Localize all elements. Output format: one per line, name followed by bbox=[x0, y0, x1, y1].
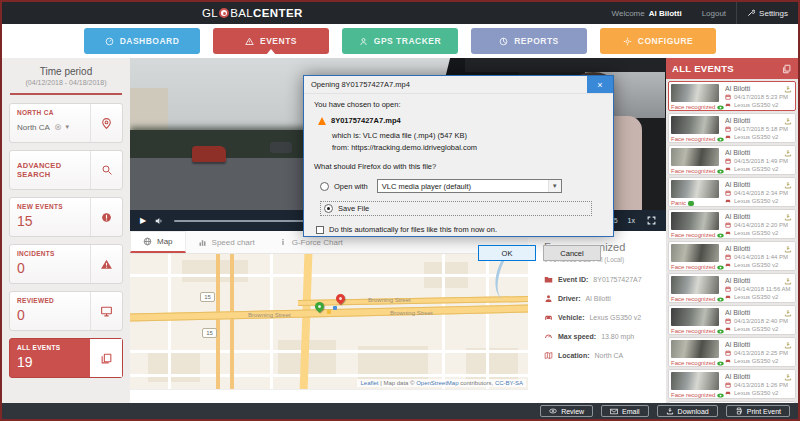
download-icon[interactable] bbox=[784, 341, 792, 349]
save-file-row[interactable]: Save File bbox=[320, 201, 592, 216]
map-panel[interactable]: 15 15 Browning Street Browning Street Br… bbox=[130, 254, 528, 390]
incidents-icon-button[interactable] bbox=[90, 245, 122, 283]
download-icon[interactable] bbox=[784, 181, 792, 189]
event-dot-marker[interactable] bbox=[333, 306, 337, 310]
event-list-item[interactable]: Face recognized Al Bilotti 04/13/2018 2:… bbox=[668, 337, 796, 367]
nav-dashboard-button[interactable]: DASHBOARD bbox=[84, 28, 200, 54]
region-pin-button[interactable] bbox=[90, 104, 122, 142]
envelope-icon bbox=[610, 408, 618, 415]
event-list-item[interactable]: Face recognized Al Bilotti 04/17/2018 5:… bbox=[668, 81, 796, 111]
event-thumbnail[interactable] bbox=[671, 244, 719, 262]
event-thumbnail[interactable] bbox=[671, 212, 719, 230]
car-icon bbox=[725, 198, 731, 204]
nav-gps-tracker-button[interactable]: GPS TRACKER bbox=[342, 28, 458, 54]
event-thumbnail[interactable] bbox=[671, 148, 719, 166]
monitor-icon bbox=[100, 305, 113, 318]
event-date-line: 04/13/2018 1:26 PM bbox=[725, 382, 793, 388]
event-list-item[interactable]: Panic Al Bilotti 04/14/2018 2:34 PM Lexu… bbox=[668, 177, 796, 207]
license-link[interactable]: CC-BY-SA bbox=[495, 380, 523, 386]
review-button[interactable]: Review bbox=[540, 405, 593, 417]
email-button[interactable]: Email bbox=[601, 405, 649, 417]
cancel-button[interactable]: Cancel bbox=[543, 245, 601, 261]
open-with-select[interactable]: VLC media player (default) ▼ bbox=[377, 179, 562, 193]
leaflet-link[interactable]: Leaflet bbox=[360, 380, 378, 386]
event-badge: Face recognized bbox=[671, 360, 724, 366]
calendar-icon bbox=[725, 286, 731, 292]
event-thumbnail[interactable] bbox=[671, 308, 719, 326]
reviewed-card[interactable]: REVIEWED 0 bbox=[9, 291, 123, 331]
download-icon[interactable] bbox=[784, 309, 792, 317]
volume-icon[interactable] bbox=[154, 216, 164, 226]
download-icon[interactable] bbox=[784, 117, 792, 125]
print-list-icon[interactable] bbox=[782, 64, 792, 74]
globe-icon bbox=[143, 237, 152, 246]
copies-icon bbox=[100, 352, 113, 365]
all-events-card[interactable]: ALL EVENTS 19 bbox=[9, 338, 123, 378]
playback-rate-button[interactable]: 1x bbox=[628, 217, 635, 224]
calendar-icon bbox=[725, 222, 731, 228]
ok-button[interactable]: OK bbox=[478, 245, 536, 261]
event-list-item[interactable]: Face recognized Al Bilotti 04/13/2018 1:… bbox=[668, 369, 796, 399]
left-sidebar: Time period (04/12/2018 - 04/18/2018) NO… bbox=[2, 58, 130, 403]
alert-badge-button[interactable] bbox=[90, 198, 122, 236]
nav-reports-button[interactable]: REPORTS bbox=[471, 28, 587, 54]
location-row: Location: North CA bbox=[544, 351, 666, 360]
event-list-item[interactable]: Face recognized Al Bilotti 04/14/2018 11… bbox=[668, 273, 796, 303]
incidents-count: 0 bbox=[17, 260, 83, 276]
dialog-titlebar[interactable]: Opening 8Y01757427A7.mp4 × bbox=[304, 76, 613, 94]
auto-checkbox[interactable] bbox=[316, 226, 324, 234]
event-thumbnail[interactable] bbox=[671, 372, 719, 390]
reviewed-count: 0 bbox=[17, 307, 83, 323]
tab-map[interactable]: Map bbox=[130, 231, 186, 253]
event-thumbnail[interactable] bbox=[671, 180, 719, 198]
dialog-intro: You have chosen to open: bbox=[314, 100, 603, 109]
eye-icon bbox=[549, 408, 557, 414]
advanced-search-label: ADVANCED SEARCH bbox=[17, 156, 83, 184]
event-thumbnail[interactable] bbox=[671, 340, 719, 358]
event-dot-marker[interactable] bbox=[327, 310, 331, 314]
event-vehicle-line: Lexus GS350 v2 bbox=[725, 262, 793, 268]
copies-icon-button[interactable] bbox=[90, 339, 122, 377]
event-list-item[interactable]: Face recognized Al Bilotti 04/14/2018 1:… bbox=[668, 241, 796, 271]
event-list-item[interactable]: Face recognized Al Bilotti 04/13/2018 2:… bbox=[668, 305, 796, 335]
incidents-card[interactable]: INCIDENTS 0 bbox=[9, 244, 123, 284]
advanced-search-card[interactable]: ADVANCED SEARCH bbox=[9, 150, 123, 190]
open-with-radio[interactable] bbox=[320, 182, 329, 191]
print-event-button[interactable]: Print Event bbox=[726, 405, 790, 417]
monitor-icon-button[interactable] bbox=[90, 292, 122, 330]
download-icon[interactable] bbox=[784, 85, 792, 93]
osm-link[interactable]: OpenStreetMap bbox=[416, 380, 458, 386]
search-button[interactable] bbox=[90, 151, 122, 189]
settings-link[interactable]: Settings bbox=[736, 2, 798, 24]
clear-icon[interactable]: ⊗ bbox=[54, 122, 62, 132]
new-events-card[interactable]: NEW EVENTS 15 bbox=[9, 197, 123, 237]
download-icon[interactable] bbox=[784, 373, 792, 381]
tab-speed-chart[interactable]: Speed chart bbox=[186, 231, 267, 253]
event-thumbnail[interactable] bbox=[671, 116, 719, 134]
event-list-item[interactable]: Face recognized Al Bilotti 04/17/2018 5:… bbox=[668, 113, 796, 143]
app-root: GL BAL CENTER Welcome Al Bilotti Logout … bbox=[0, 0, 800, 421]
file-row: 8Y01757427A7.mp4 bbox=[318, 116, 603, 125]
event-vehicle-line: Lexus GS350 v2 bbox=[725, 166, 793, 172]
fullscreen-button[interactable] bbox=[647, 216, 656, 225]
download-icon[interactable] bbox=[784, 277, 792, 285]
event-thumbnail[interactable] bbox=[671, 84, 719, 102]
max-speed-row: Max speed: 13.80 mph bbox=[544, 332, 666, 341]
event-thumbnail[interactable] bbox=[671, 276, 719, 294]
download-icon[interactable] bbox=[784, 213, 792, 221]
close-icon[interactable]: × bbox=[587, 76, 613, 93]
logout-link[interactable]: Logout bbox=[692, 2, 736, 24]
download-button[interactable]: Download bbox=[657, 405, 718, 417]
play-button[interactable]: ▶ bbox=[140, 216, 146, 225]
nav-events-button[interactable]: EVENTS bbox=[213, 28, 329, 54]
region-select[interactable]: North CA ⊗ ▾ bbox=[17, 122, 83, 132]
auto-checkbox-row[interactable]: Do this automatically for files like thi… bbox=[316, 225, 603, 234]
event-list-item[interactable]: Face recognized Al Bilotti 04/14/2018 2:… bbox=[668, 209, 796, 239]
chevron-down-icon[interactable]: ▾ bbox=[65, 123, 69, 131]
save-file-radio[interactable] bbox=[324, 204, 333, 213]
event-list-item[interactable]: Face recognized Al Bilotti 04/15/2018 1:… bbox=[668, 145, 796, 175]
nav-configure-button[interactable]: CONFIGURE bbox=[600, 28, 716, 54]
download-icon[interactable] bbox=[784, 149, 792, 157]
download-icon[interactable] bbox=[784, 245, 792, 253]
highway-shield: 15 bbox=[200, 292, 215, 302]
